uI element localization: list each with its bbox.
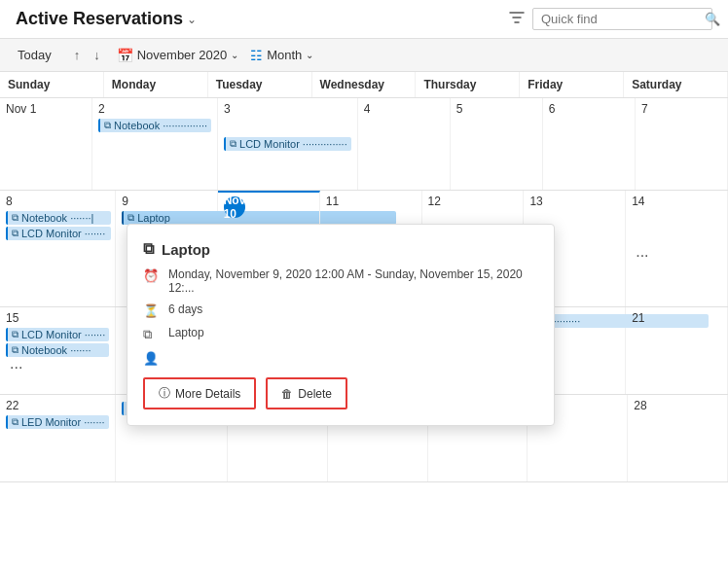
lcdmonitor-icon-w3: ⧉ xyxy=(12,329,18,340)
day-num-nov8: 8 xyxy=(6,195,109,208)
day-num-nov22: 22 xyxy=(6,399,109,412)
more-dots-nov15[interactable]: ··· xyxy=(6,359,109,376)
toolbar: Today ↑ ↓ 📅 November 2020 ⌄ ☷ Month ⌄ xyxy=(0,39,728,72)
date-chevron-icon: ⌄ xyxy=(231,50,238,60)
notebook-icon-w3: ⧉ xyxy=(12,344,18,356)
search-icon: 🔍 xyxy=(705,12,720,26)
day-cell-nov28: 28 xyxy=(628,395,728,481)
day-num-nov5: 5 xyxy=(456,102,536,116)
day-cell-nov21: 21 xyxy=(626,307,728,394)
today-label: Today xyxy=(18,48,52,62)
laptop-icon-w2: ⧉ xyxy=(127,212,134,224)
res-bar-notebook-w3[interactable]: ⧉Notebook ······· xyxy=(6,343,109,357)
popup-item-icon: ⧉ xyxy=(143,240,154,258)
day-num-nov7: 7 xyxy=(641,102,721,116)
lcdmonitor-icon-w2: ⧉ xyxy=(12,228,18,239)
week-row-1: Nov 1 2 ⧉Notebook ··············· 3 ⧉LCD… xyxy=(0,98,728,191)
res-bar-lcdmonitor-w2[interactable]: ⧉LCD Monitor ······· xyxy=(6,227,111,240)
res-bar-notebook-w1[interactable]: ⧉Notebook ··············· xyxy=(98,119,211,132)
notebook-icon-w2: ⧉ xyxy=(12,212,18,224)
day-num-nov21: 21 xyxy=(632,311,721,325)
day-num-nov13: 13 xyxy=(529,195,619,208)
popup-user-row: 👤 xyxy=(143,350,538,366)
day-num-nov10: Nov 10 xyxy=(224,196,245,218)
header-right: 🔍 xyxy=(509,8,712,30)
day-header-saturday: Saturday xyxy=(624,72,728,97)
res-bar-ledmonitor-w4[interactable]: ⧉LED Monitor ······· xyxy=(6,415,109,429)
delete-button[interactable]: 🗑 Delete xyxy=(266,377,347,409)
popup-title-text: Laptop xyxy=(162,241,210,258)
popup-user-icon: 👤 xyxy=(143,351,159,366)
notebook-icon: ⧉ xyxy=(104,120,111,131)
day-cell-nov22: 22 ⧉LED Monitor ······· xyxy=(0,395,116,481)
day-num-nov1: Nov 1 xyxy=(6,102,86,116)
day-cell-nov2: 2 ⧉Notebook ··············· xyxy=(92,98,218,190)
day-cell-nov14: 14 ··· xyxy=(626,191,728,306)
day-header-thursday: Thursday xyxy=(416,72,520,97)
title-chevron-icon[interactable]: ⌄ xyxy=(187,13,197,26)
day-header-monday: Monday xyxy=(104,72,208,97)
page-title: Active Reservations xyxy=(16,9,183,29)
popup-item-name: Laptop xyxy=(168,326,204,339)
day-cell-nov7: 7 xyxy=(636,98,728,190)
more-details-button[interactable]: ⓘ More Details xyxy=(143,377,256,409)
delete-icon: 🗑 xyxy=(281,387,293,401)
day-cell-nov5: 5 xyxy=(451,98,543,190)
popup-duration-icon: ⏳ xyxy=(143,303,159,318)
day-num-nov15: 15 xyxy=(6,311,109,325)
nav-arrows: ↑ ↓ xyxy=(69,46,105,64)
day-num-nov14: 14 xyxy=(632,195,721,208)
day-num-nov9: 9 xyxy=(122,195,211,208)
day-cell-nov6: 6 xyxy=(543,98,636,190)
popup-item-icon2: ⧉ xyxy=(143,327,159,342)
popup-clock-icon: ⏰ xyxy=(143,268,159,283)
calendar-icon: 📅 xyxy=(117,48,133,63)
next-arrow[interactable]: ↓ xyxy=(89,46,105,64)
more-details-label: More Details xyxy=(175,387,240,401)
reservation-popup: ⧉ Laptop ⏰ Monday, November 9, 2020 12:0… xyxy=(127,224,555,426)
today-button[interactable]: Today xyxy=(12,45,57,65)
search-input[interactable] xyxy=(541,12,705,26)
popup-item-row: ⧉ Laptop xyxy=(143,326,538,342)
day-cell-nov1: Nov 1 xyxy=(0,98,92,190)
more-dots-nov14[interactable]: ··· xyxy=(632,247,721,265)
more-details-icon: ⓘ xyxy=(159,385,170,402)
day-headers: Sunday Monday Tuesday Wednesday Thursday… xyxy=(0,72,728,98)
day-num-nov2: 2 xyxy=(98,102,211,116)
view-chevron-icon: ⌄ xyxy=(306,50,313,60)
view-grid-icon: ☷ xyxy=(250,48,263,63)
day-cell-nov15: 15 ⧉LCD Monitor ······· ⧉Notebook ······… xyxy=(0,307,116,394)
date-selector[interactable]: 📅 November 2020 ⌄ xyxy=(117,48,239,63)
res-bar-lcdmonitor-w1[interactable]: ⧉LCD Monitor ··············· xyxy=(224,137,351,151)
res-bar-lcdmonitor-w3[interactable]: ⧉LCD Monitor ······· xyxy=(6,328,109,341)
popup-title: ⧉ Laptop xyxy=(143,240,538,258)
popup-actions: ⓘ More Details 🗑 Delete xyxy=(143,377,538,409)
popup-date-row: ⏰ Monday, November 9, 2020 12:00 AM - Su… xyxy=(143,267,538,295)
day-num-nov4: 4 xyxy=(364,102,444,116)
delete-label: Delete xyxy=(298,387,332,401)
day-cell-nov8: 8 ⧉Notebook ·······| ⧉LCD Monitor ······… xyxy=(0,191,116,306)
lcdmonitor-icon: ⧉ xyxy=(230,138,237,150)
day-cell-nov3: 3 ⧉LCD Monitor ··············· xyxy=(218,98,358,190)
day-cell-nov4: 4 xyxy=(358,98,451,190)
day-header-sunday: Sunday xyxy=(0,72,104,97)
day-num-nov28: 28 xyxy=(634,399,721,412)
app-header: Active Reservations ⌄ 🔍 xyxy=(0,0,728,39)
search-box[interactable]: 🔍 xyxy=(532,8,712,30)
day-num-nov11: 11 xyxy=(326,195,416,208)
popup-duration-row: ⏳ 6 days xyxy=(143,302,538,318)
day-header-tuesday: Tuesday xyxy=(208,72,312,97)
date-label: November 2020 xyxy=(137,48,228,62)
day-num-nov3: 3 xyxy=(224,102,351,116)
day-header-friday: Friday xyxy=(520,72,624,97)
res-bar-notebook-w2[interactable]: ⧉Notebook ·······| xyxy=(6,211,111,225)
header-left: Active Reservations ⌄ xyxy=(16,9,197,29)
day-num-nov6: 6 xyxy=(549,102,629,116)
prev-arrow[interactable]: ↑ xyxy=(69,46,86,64)
filter-icon[interactable] xyxy=(509,10,525,28)
day-header-wednesday: Wednesday xyxy=(312,72,417,97)
popup-date-range: Monday, November 9, 2020 12:00 AM - Sund… xyxy=(168,267,538,295)
day-num-nov12: 12 xyxy=(428,195,518,208)
view-selector[interactable]: ☷ Month ⌄ xyxy=(250,48,313,63)
view-label: Month xyxy=(267,48,302,62)
